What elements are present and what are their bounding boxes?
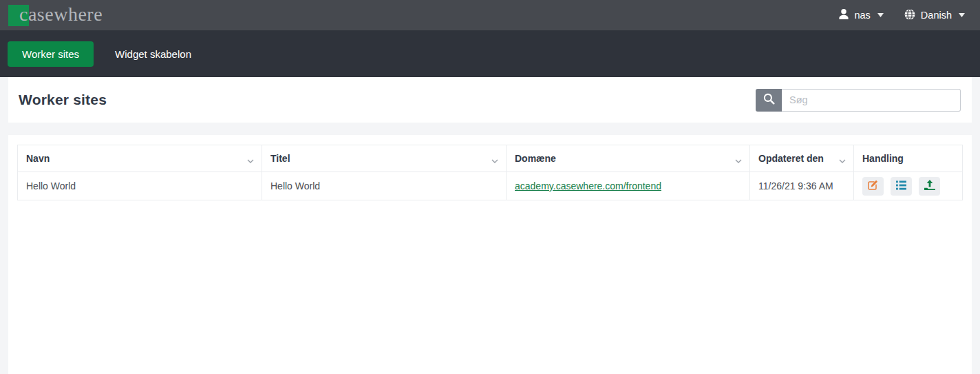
language-menu[interactable]: Danish <box>904 9 965 22</box>
search-button[interactable] <box>756 89 782 112</box>
cell-navn: Hello World <box>18 172 262 200</box>
globe-icon <box>904 9 915 22</box>
column-header-titel[interactable]: Titel <box>262 145 507 172</box>
table-row: Hello World Hello World academy.casewher… <box>18 172 963 200</box>
chevron-down-icon <box>877 13 884 17</box>
sort-chevron-icon[interactable] <box>735 154 742 165</box>
search-icon <box>763 93 775 107</box>
tab-worker-sites[interactable]: Worker sites <box>8 41 94 67</box>
tab-bar: Worker sites Widget skabelon <box>0 30 980 77</box>
content-panel: Navn Titel Domæne <box>8 135 972 374</box>
column-header-navn[interactable]: Navn <box>18 145 262 172</box>
logo-text: casewhere <box>19 3 103 25</box>
sort-chevron-icon[interactable] <box>247 154 254 165</box>
column-header-opdateret-den[interactable]: Opdateret den <box>750 145 854 172</box>
edit-button[interactable] <box>862 177 884 196</box>
upload-button[interactable] <box>919 177 940 196</box>
column-header-handling: Handling <box>854 145 963 172</box>
worker-sites-table: Navn Titel Domæne <box>17 145 963 200</box>
user-menu-label: nas <box>854 10 870 21</box>
table-header-row: Navn Titel Domæne <box>18 145 963 172</box>
domain-link[interactable]: academy.casewhere.com/frontend <box>515 180 661 191</box>
search-box <box>756 89 961 112</box>
cell-titel: Hello World <box>262 172 507 200</box>
top-bar: casewhere nas Danish <box>0 0 980 30</box>
cell-domaene: academy.casewhere.com/frontend <box>507 172 750 200</box>
edit-icon <box>868 180 878 192</box>
upload-icon <box>924 180 935 192</box>
row-actions <box>862 177 954 196</box>
tab-widget-skabelon[interactable]: Widget skabelon <box>100 41 206 67</box>
user-menu[interactable]: nas <box>839 9 883 21</box>
chevron-down-icon <box>959 13 965 17</box>
cell-handling <box>854 172 963 200</box>
top-bar-right: nas Danish <box>839 9 965 22</box>
language-menu-label: Danish <box>921 10 952 21</box>
user-icon <box>839 9 849 21</box>
cell-opdateret-den: 11/26/21 9:36 AM <box>750 172 854 200</box>
list-button[interactable] <box>891 177 912 196</box>
page-header: Worker sites <box>8 77 972 123</box>
page-title: Worker sites <box>19 92 107 108</box>
sort-chevron-icon[interactable] <box>839 154 846 165</box>
band-gap <box>0 123 980 135</box>
column-header-domaene[interactable]: Domæne <box>507 145 750 172</box>
sort-chevron-icon[interactable] <box>491 154 498 165</box>
search-input[interactable] <box>782 89 961 112</box>
list-icon <box>896 180 906 192</box>
casewhere-logo[interactable]: casewhere <box>8 1 118 29</box>
